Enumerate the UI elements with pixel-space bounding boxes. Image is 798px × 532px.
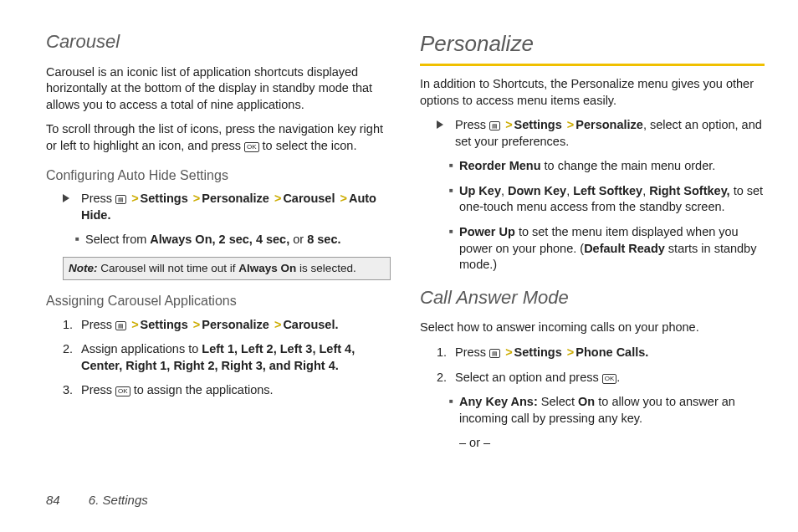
- square-bullet-icon: ■: [449, 158, 459, 175]
- square-bullet-icon: ■: [449, 394, 459, 427]
- personalize-opt-keys: ■ Up Key, Down Key, Left Softkey, Right …: [449, 183, 765, 216]
- page-footer: 84 6. Settings: [46, 493, 148, 507]
- personalize-opt-powerup: ■ Power Up to set the menu item displaye…: [449, 224, 765, 274]
- personalize-desc: In addition to Shortcuts, the Personaliz…: [420, 76, 765, 109]
- right-column: Personalize In addition to Shortcuts, th…: [420, 29, 765, 448]
- ok-key-icon: OK: [602, 374, 617, 384]
- section-label: 6. Settings: [89, 493, 148, 507]
- call-opt-anykey: ■ Any Key Ans: Select On to allow you to…: [449, 394, 765, 427]
- menu-key-icon: ▤: [489, 349, 500, 358]
- menu-key-icon: ▤: [115, 321, 126, 330]
- left-column: Carousel Carousel is an iconic list of a…: [46, 29, 391, 448]
- call-step-2: 2. Select an option and press OK.: [437, 370, 765, 386]
- carousel-desc-1: Carousel is an iconic list of applicatio…: [46, 64, 391, 114]
- assign-step-1: 1. Press ▤ >Settings >Personalize >Carou…: [63, 317, 391, 334]
- heading-rule: [420, 64, 765, 66]
- ok-key-icon: OK: [115, 386, 130, 396]
- config-select-options: ■ Select from Always On, 2 sec, 4 sec, o…: [75, 232, 391, 248]
- note-box: Note: Carousel will not time out if Alwa…: [63, 257, 391, 280]
- menu-key-icon: ▤: [489, 121, 500, 130]
- heading-personalize: Personalize: [420, 29, 765, 59]
- assign-step-2: 2. Assign applications to Left 1, Left 2…: [63, 341, 391, 374]
- assign-step-3: 3. Press OK to assign the applications.: [63, 382, 391, 399]
- square-bullet-icon: ■: [449, 224, 459, 274]
- page-number: 84: [46, 493, 60, 507]
- personalize-step-press: Press ▤ >Settings >Personalize, select a…: [437, 117, 765, 150]
- triangle-bullet-icon: [63, 194, 69, 202]
- heading-call-answer: Call Answer Mode: [420, 285, 765, 310]
- carousel-desc-2: To scroll through the list of icons, pre…: [46, 121, 391, 154]
- page-body: Carousel Carousel is an iconic list of a…: [0, 0, 798, 464]
- personalize-opt-reorder: ■ Reorder Menu to change the main menu o…: [449, 158, 765, 175]
- heading-assign-apps: Assigning Carousel Applications: [46, 292, 391, 310]
- triangle-bullet-icon: [437, 120, 443, 129]
- square-bullet-icon: ■: [75, 232, 85, 248]
- heading-config-autohide: Configuring Auto Hide Settings: [46, 166, 391, 185]
- config-step-press: Press ▤ >Settings >Personalize >Carousel…: [63, 191, 391, 223]
- heading-carousel: Carousel: [46, 29, 391, 54]
- or-separator: – or –: [459, 435, 765, 452]
- ok-key-icon: OK: [244, 142, 259, 152]
- call-desc: Select how to answer incoming calls on y…: [420, 320, 765, 336]
- call-step-1: 1. Press ▤ >Settings >Phone Calls.: [437, 345, 765, 361]
- menu-key-icon: ▤: [115, 195, 126, 204]
- square-bullet-icon: ■: [449, 183, 459, 216]
